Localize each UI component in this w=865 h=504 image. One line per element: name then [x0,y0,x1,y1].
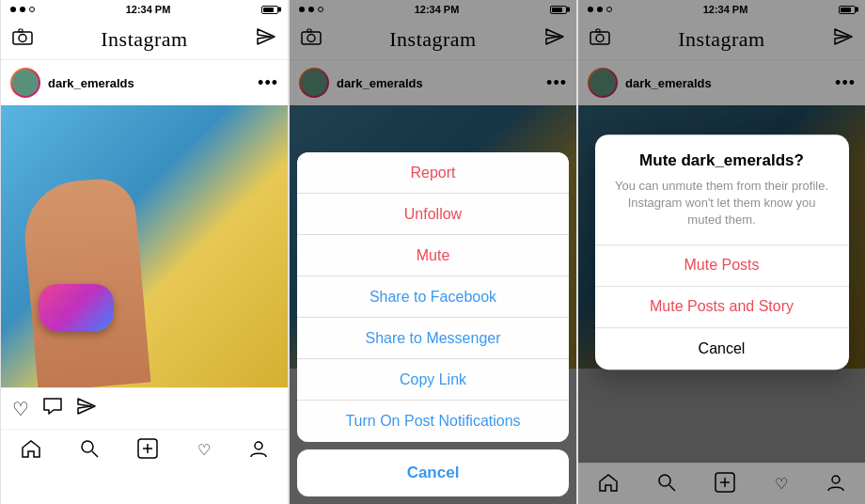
dot-3 [29,7,35,12]
dot-2 [20,7,25,12]
nav-add-1[interactable] [137,438,158,463]
mute-dialog-body: You can unmute them from their profile. … [595,178,849,244]
post-image-1 [1,105,288,387]
bottom-nav-1: ♡ [1,429,288,470]
post-header-1: dark_emeralds ••• [1,60,288,105]
action-share-facebook[interactable]: Share to Facebook [297,276,569,318]
send-icon-1[interactable] [256,27,276,51]
bracelet-visual [39,284,114,331]
svg-point-3 [82,441,93,452]
mute-dialog: Mute dark_emeralds? You can unmute them … [595,134,849,370]
action-post-notifications[interactable]: Turn On Post Notifications [297,401,569,442]
hand-visual [21,176,151,387]
status-time-1: 12:34 PM [126,4,171,15]
svg-line-4 [92,451,98,457]
camera-icon-1[interactable] [12,28,33,50]
username-1[interactable]: dark_emeralds [48,76,250,90]
action-sheet-cancel[interactable]: Cancel [297,449,569,496]
share-icon-1[interactable] [76,397,97,420]
avatar-1[interactable] [10,68,40,98]
comment-icon-1[interactable] [42,397,63,420]
nav-home-1[interactable] [21,439,41,462]
nav-profile-1[interactable] [249,439,268,462]
action-mute[interactable]: Mute [297,235,569,276]
dot-1 [10,7,16,12]
mute-posts-button[interactable]: Mute Posts [595,245,849,287]
phone-3: 12:34 PM Instagram dark_emeralds • [577,0,865,504]
battery-icon-1 [261,6,278,14]
svg-point-1 [19,35,26,42]
mute-posts-story-button[interactable]: Mute Posts and Story [595,287,849,328]
like-icon-1[interactable]: ♡ [12,398,29,420]
ig-header-1: Instagram [1,19,288,60]
action-sheet: Report Unfollow Mute Share to Facebook S… [290,152,576,504]
mute-dialog-title: Mute dark_emeralds? [595,134,849,178]
action-report[interactable]: Report [297,152,569,194]
svg-rect-2 [19,29,23,32]
phone-1: 12:34 PM Instagram dark_emeralds • [0,0,289,504]
action-copy-link[interactable]: Copy Link [297,359,569,401]
action-sheet-items: Report Unfollow Mute Share to Facebook S… [297,152,569,442]
battery-area-1 [261,6,278,14]
status-bar-1: 12:34 PM [1,0,288,19]
mute-dialog-cancel-button[interactable]: Cancel [595,328,849,370]
nav-search-1[interactable] [80,439,99,462]
nav-heart-1[interactable]: ♡ [197,441,211,459]
phone-2: 12:34 PM Instagram dark_emeralds • [289,0,577,504]
instagram-logo-1: Instagram [101,27,187,52]
more-button-1[interactable]: ••• [258,74,278,91]
signal-area [10,7,35,12]
action-unfollow[interactable]: Unfollow [297,194,569,235]
post-actions-1: ♡ [1,387,288,429]
svg-point-8 [255,442,262,449]
action-share-messenger[interactable]: Share to Messenger [297,318,569,359]
